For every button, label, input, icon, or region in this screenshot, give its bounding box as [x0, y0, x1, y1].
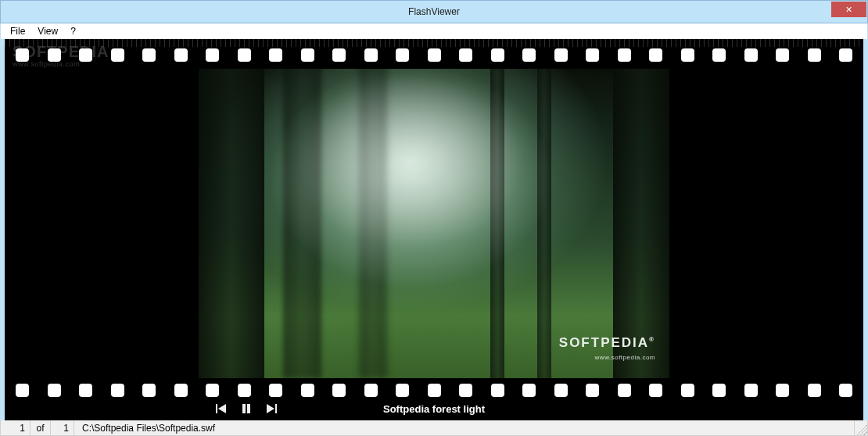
sprocket-hole	[554, 48, 568, 62]
image-caption: Softpedia forest light	[383, 403, 485, 415]
window-title: FlashViewer	[408, 6, 460, 17]
sprocket-hole	[79, 48, 92, 62]
svg-rect-2	[242, 404, 246, 413]
sprocket-hole	[111, 48, 124, 62]
image-brand-url: www.softpedia.com	[559, 354, 655, 361]
menubar: File View ?	[0, 23, 868, 39]
pause-button[interactable]	[241, 403, 252, 414]
status-of-label: of	[30, 420, 51, 435]
sprocket-hole	[332, 48, 346, 62]
sprocket-hole	[396, 384, 409, 397]
sprocket-hole	[491, 48, 504, 62]
svg-rect-5	[275, 404, 277, 413]
sprocket-hole	[364, 48, 378, 62]
close-icon: ✕	[845, 5, 852, 15]
next-button[interactable]	[266, 403, 277, 414]
sprocket-hole	[142, 384, 156, 397]
sprocket-hole	[491, 384, 504, 397]
sprocket-hole	[459, 384, 472, 397]
sprocket-hole	[554, 384, 568, 397]
sprocket-hole	[269, 48, 282, 62]
sprocket-hole	[238, 384, 251, 397]
sprocket-hole	[681, 48, 694, 62]
sprocket-hole	[681, 384, 694, 397]
menu-view[interactable]: View	[31, 24, 64, 38]
sprocket-hole	[776, 48, 789, 62]
sprocket-hole	[459, 48, 472, 62]
sprocket-hole	[712, 384, 726, 397]
film-ticks	[5, 39, 863, 47]
sprocket-hole	[522, 384, 536, 397]
menu-help[interactable]: ?	[64, 24, 82, 38]
sprocket-hole	[332, 384, 346, 397]
previous-button[interactable]	[216, 403, 227, 414]
sprocket-hole	[839, 384, 852, 397]
sprocket-hole	[522, 48, 536, 62]
sprocket-hole	[428, 384, 441, 397]
sprocket-hole	[776, 384, 789, 397]
close-button[interactable]: ✕	[831, 2, 866, 17]
sprocket-hole	[396, 48, 409, 62]
titlebar[interactable]: FlashViewer ✕	[0, 0, 868, 23]
sprocket-hole	[269, 384, 282, 397]
status-page-total: 1	[51, 420, 74, 435]
sprocket-hole	[649, 48, 662, 62]
sprocket-hole	[174, 384, 188, 397]
sprocket-hole	[48, 48, 61, 62]
viewer-area: SOFTPEDIA www.softpedia.com	[0, 39, 868, 420]
sprocket-hole	[586, 48, 599, 62]
sprocket-hole	[808, 384, 821, 397]
player-controls: Softpedia forest light	[5, 400, 863, 417]
filmstrip-top	[5, 48, 863, 62]
sprocket-hole	[238, 48, 251, 62]
sprocket-hole	[48, 384, 61, 397]
sprocket-hole	[301, 384, 314, 397]
statusbar: 1 of 1 C:\Softpedia Files\Softpedia.swf	[0, 420, 868, 436]
sprocket-hole	[206, 384, 219, 397]
resize-grip[interactable]	[855, 420, 867, 435]
image-brand-overlay: SOFTPEDIA® www.softpedia.com	[559, 335, 655, 361]
sprocket-hole	[364, 384, 378, 397]
sprocket-hole	[618, 48, 631, 62]
status-page-current: 1	[1, 420, 30, 435]
sprocket-hole	[618, 384, 631, 397]
sprocket-hole	[111, 384, 124, 397]
content-image: SOFTPEDIA® www.softpedia.com	[199, 69, 669, 378]
image-brand-text: SOFTPEDIA	[559, 335, 649, 350]
skip-previous-icon	[216, 403, 227, 414]
sprocket-hole	[649, 384, 662, 397]
forest-haze	[199, 69, 669, 378]
sprocket-hole	[586, 384, 599, 397]
sprocket-hole	[206, 48, 219, 62]
filmstrip-bottom	[5, 384, 863, 397]
sprocket-hole	[712, 48, 726, 62]
sprocket-hole	[428, 48, 441, 62]
svg-marker-1	[218, 404, 226, 413]
pause-icon	[241, 403, 252, 414]
sprocket-hole	[174, 48, 188, 62]
sprocket-hole	[808, 48, 821, 62]
sprocket-hole	[744, 48, 758, 62]
sprocket-hole	[16, 384, 29, 397]
sprocket-hole	[142, 48, 156, 62]
skip-next-icon	[266, 403, 277, 414]
sprocket-hole	[301, 48, 314, 62]
menu-file[interactable]: File	[4, 24, 31, 38]
sprocket-hole	[744, 384, 758, 397]
sprocket-hole	[839, 48, 852, 62]
svg-rect-0	[216, 404, 217, 413]
sprocket-hole	[79, 384, 92, 397]
svg-marker-4	[267, 404, 274, 413]
watermark-url: www.softpedia.com	[13, 61, 109, 68]
status-filepath: C:\Softpedia Files\Softpedia.swf	[74, 420, 855, 435]
sprocket-hole	[16, 48, 29, 62]
svg-rect-3	[247, 404, 250, 413]
